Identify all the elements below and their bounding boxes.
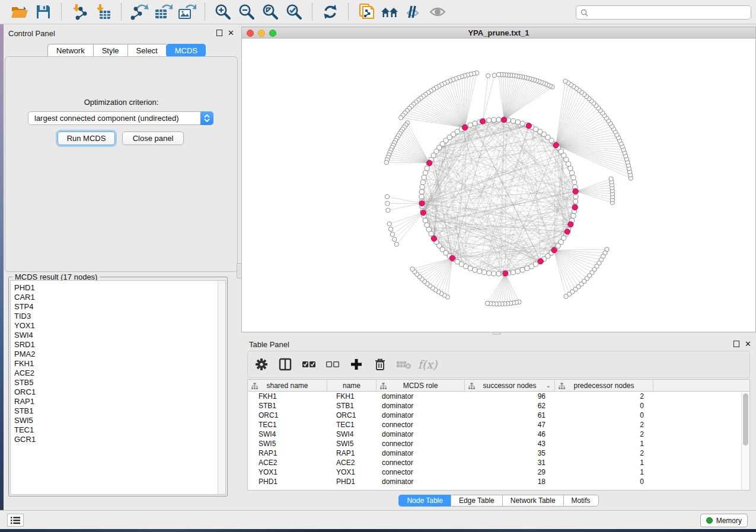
- mcds-result-item[interactable]: STB1: [14, 406, 218, 416]
- float-panel-icon[interactable]: [733, 341, 739, 347]
- column-header-successor-nodes[interactable]: successor nodes⌄: [465, 380, 555, 391]
- optimization-criterion-select[interactable]: largest connected component (undirected): [28, 111, 213, 125]
- task-history-button[interactable]: [7, 514, 24, 527]
- mcds-result-item[interactable]: GCR1: [14, 435, 218, 444]
- cell-mcds_role[interactable]: dominator: [377, 411, 465, 420]
- network-titlebar[interactable]: YPA_prune.txt_1: [242, 27, 755, 39]
- cell-successor_nodes[interactable]: 43: [465, 439, 555, 448]
- cell-shared_name[interactable]: ORC1: [248, 411, 327, 420]
- close-panel-icon[interactable]: ✕: [745, 341, 751, 347]
- table-row-ACE2[interactable]: ACE2ACE2connector311: [248, 458, 741, 467]
- table-scrollbar-thumb[interactable]: [743, 393, 748, 446]
- window-close-icon[interactable]: [247, 30, 254, 37]
- cell-predecessor_nodes[interactable]: 1: [555, 439, 653, 448]
- table-row-ORC1[interactable]: ORC1ORC1dominator610: [248, 411, 741, 420]
- tab-node-table[interactable]: Node Table: [398, 495, 451, 507]
- mcds-result-item[interactable]: ACE2: [14, 368, 218, 378]
- cell-mcds_role[interactable]: dominator: [377, 392, 465, 401]
- cell-predecessor_nodes[interactable]: 1: [555, 458, 653, 467]
- cell-shared_name[interactable]: SWI5: [248, 439, 327, 448]
- select-all-icon[interactable]: [301, 357, 317, 372]
- table-row-PHD1[interactable]: PHD1PHD1dominator180: [248, 477, 741, 486]
- cell-mcds_role[interactable]: connector: [377, 420, 465, 430]
- table-scrollbar[interactable]: [741, 392, 749, 490]
- mcds-result-item[interactable]: PMA2: [14, 350, 218, 359]
- search-box[interactable]: [576, 5, 751, 20]
- show-all-icon[interactable]: [426, 2, 449, 22]
- mcds-result-item[interactable]: SWI5: [14, 416, 218, 425]
- table-row-SWI4[interactable]: SWI4SWI4dominator462: [248, 430, 741, 439]
- import-network-icon[interactable]: [68, 2, 91, 22]
- cell-successor_nodes[interactable]: 46: [465, 430, 555, 439]
- cell-shared_name[interactable]: ACE2: [248, 458, 327, 467]
- import-table-icon[interactable]: [91, 2, 115, 22]
- tab-style[interactable]: Style: [93, 44, 127, 57]
- cell-name[interactable]: SWI5: [327, 439, 377, 448]
- show-column-icon[interactable]: [277, 357, 293, 372]
- zoom-fit-icon[interactable]: [259, 2, 282, 22]
- cell-successor_nodes[interactable]: 29: [465, 467, 555, 477]
- new-network-from-selection-icon[interactable]: [355, 2, 378, 22]
- table-row-RAP1[interactable]: RAP1RAP1dominator352: [248, 448, 741, 458]
- apply-layout-icon[interactable]: [318, 2, 342, 22]
- cell-mcds_role[interactable]: connector: [377, 439, 465, 448]
- window-minimize-icon[interactable]: [258, 30, 265, 37]
- tab-edge-table[interactable]: Edge Table: [451, 495, 502, 507]
- table-row-STB1[interactable]: STB1STB1dominator620: [248, 401, 741, 411]
- cell-successor_nodes[interactable]: 47: [465, 420, 555, 430]
- export-network-icon[interactable]: [127, 2, 151, 22]
- cell-name[interactable]: STB1: [327, 401, 377, 411]
- table-row-YOX1[interactable]: YOX1YOX1connector291: [248, 467, 741, 477]
- cell-shared_name[interactable]: PHD1: [248, 477, 327, 486]
- cell-shared_name[interactable]: STB1: [248, 401, 327, 411]
- tab-motifs[interactable]: Motifs: [563, 495, 599, 507]
- cell-name[interactable]: YOX1: [327, 467, 377, 477]
- cell-name[interactable]: FKH1: [327, 392, 377, 401]
- cell-name[interactable]: ACE2: [327, 458, 377, 467]
- mcds-result-item[interactable]: ORC1: [14, 387, 218, 397]
- mcds-list-scrollbar[interactable]: [218, 281, 225, 494]
- float-panel-icon[interactable]: [216, 30, 222, 36]
- mcds-result-item[interactable]: TID3: [14, 312, 218, 321]
- deselect-all-icon[interactable]: [325, 357, 340, 372]
- tab-select[interactable]: Select: [127, 44, 166, 57]
- hide-selected-icon[interactable]: [402, 2, 426, 22]
- cell-successor_nodes[interactable]: 35: [465, 448, 555, 458]
- export-image-icon[interactable]: [175, 2, 199, 22]
- cell-name[interactable]: SWI4: [327, 430, 377, 439]
- cell-predecessor_nodes[interactable]: 0: [555, 411, 653, 420]
- first-neighbors-icon[interactable]: [378, 2, 402, 22]
- cell-predecessor_nodes[interactable]: 1: [555, 467, 653, 477]
- cell-mcds_role[interactable]: connector: [377, 467, 465, 477]
- cell-successor_nodes[interactable]: 62: [465, 401, 555, 411]
- cell-successor_nodes[interactable]: 31: [465, 458, 555, 467]
- function-builder-icon[interactable]: f(x): [420, 357, 435, 372]
- network-canvas[interactable]: [242, 39, 755, 332]
- zoom-selected-icon[interactable]: [282, 2, 306, 22]
- zoom-out-icon[interactable]: [235, 2, 259, 22]
- mcds-result-item[interactable]: PHD1: [14, 283, 218, 293]
- cell-mcds_role[interactable]: dominator: [377, 430, 465, 439]
- table-row-FKH1[interactable]: FKH1FKH1dominator962: [248, 392, 741, 401]
- mcds-result-list[interactable]: PHD1CAR1STP4TID3YOX1SWI4SRD1PMA2FKH1ACE2…: [11, 281, 218, 494]
- column-header-name[interactable]: name: [327, 380, 377, 391]
- cell-predecessor_nodes[interactable]: 2: [555, 448, 653, 458]
- cell-predecessor_nodes[interactable]: 0: [555, 401, 653, 411]
- close-panel-button[interactable]: Close panel: [122, 132, 184, 145]
- table-row-SWI5[interactable]: SWI5SWI5connector431: [248, 439, 741, 448]
- cell-predecessor_nodes[interactable]: 2: [555, 392, 653, 401]
- cell-mcds_role[interactable]: dominator: [377, 477, 465, 486]
- cell-successor_nodes[interactable]: 61: [465, 411, 555, 420]
- tab-network[interactable]: Network: [47, 44, 93, 57]
- cell-shared_name[interactable]: SWI4: [248, 430, 327, 439]
- mcds-result-item[interactable]: STP4: [14, 302, 218, 312]
- cell-shared_name[interactable]: RAP1: [248, 448, 327, 458]
- table-settings-icon[interactable]: [254, 357, 269, 372]
- mcds-result-item[interactable]: SRD1: [14, 340, 218, 350]
- cell-predecessor_nodes[interactable]: 2: [555, 420, 653, 430]
- cell-name[interactable]: PHD1: [327, 477, 377, 486]
- mcds-result-item[interactable]: FKH1: [14, 359, 218, 368]
- cell-predecessor_nodes[interactable]: 2: [555, 430, 653, 439]
- mcds-result-item[interactable]: YOX1: [14, 321, 218, 331]
- window-maximize-icon[interactable]: [269, 30, 276, 37]
